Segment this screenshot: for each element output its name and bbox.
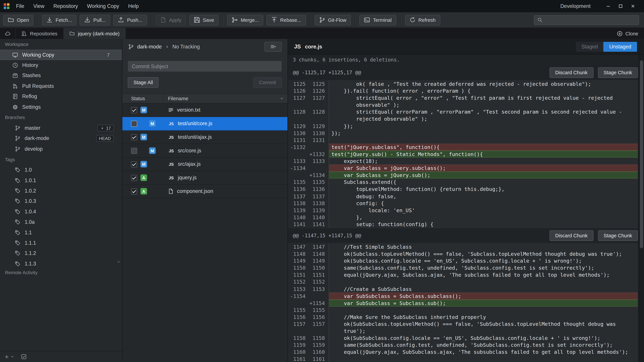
column-header-filename[interactable]: Filename [164,96,280,101]
file-row-component-json[interactable]: Acomponent.json [122,185,288,198]
sidebar-scroll-down-icon[interactable] [117,260,121,264]
diff-line[interactable]: 11281128strictEqual( errorParam , "error… [288,108,638,122]
file-row-jquery-js[interactable]: AJSjquery.js [122,171,288,185]
file-row-src-core-js[interactable]: MJSsrc/core.js [122,144,288,158]
diff-line[interactable]: 11561156//Make Sure the SubSubclass inhe… [288,314,638,321]
sidebar-item-pull-requests[interactable]: Pull Requests [0,81,122,91]
diff-line[interactable]: -1132test("jQuery.subclass", function(){ [288,144,638,151]
menu-item-help[interactable]: Help [124,0,143,12]
sidebar-item-1-0-4[interactable]: 1.0.4 [0,206,122,217]
stage-chunk-button[interactable]: Stage Chunk [598,230,638,241]
diff-line[interactable]: 11591159same(SubSubclass.config.test, un… [288,342,638,349]
file-checkbox[interactable] [131,107,137,113]
diff-line[interactable]: 11501150same(Subclass.config.test, undef… [288,265,638,272]
pull-button[interactable]: Pull... [80,14,110,25]
scrollbar-thumb[interactable] [640,60,643,248]
minimize-button[interactable] [602,0,614,12]
file-row-test-unit-ajax-js[interactable]: MJStest/unit/ajax.js [122,131,288,144]
sidebar-item-1-1-3[interactable]: 1.1.3 [0,259,122,267]
sidebar-item-1-1-2[interactable]: 1.1.2 [0,248,122,259]
diff-line[interactable]: 11251125ok( false , "Test the created de… [288,80,638,87]
stage-all-button[interactable]: Stage All [128,77,159,88]
menu-item-view[interactable]: View [29,0,49,12]
add-repository-button[interactable] [4,354,14,359]
diff-line[interactable]: 11581158ok(SubSubclass.config.locale == … [288,335,638,342]
diff-line[interactable]: +1154var SubSubclass = Subclass.sub(); [288,300,638,307]
diff-line[interactable]: +1134var Subclass = jQuery.sub(); [288,172,638,179]
sidebar-item-dark-mode[interactable]: dark-modeHEAD [0,133,122,144]
git-flow-button[interactable]: Git-Flow [314,14,351,25]
sidebar-item-1-0-3[interactable]: 1.0.3 [0,196,122,206]
stage-chunk-button[interactable]: Stage Chunk [598,67,638,78]
diff-line[interactable]: 11601160equal(jQuery.ajax, SubSubclass.a… [288,349,638,356]
sidebar-item-stashes[interactable]: Stashes [0,70,122,81]
sidebar-item-1-0a[interactable]: 1.0a [0,217,122,227]
diff-line[interactable]: 11271127strictEqual( error , "error" , "… [288,94,638,109]
maximize-button[interactable] [614,0,627,12]
refresh-button[interactable]: Refresh [405,14,440,25]
diff-line[interactable]: 11331133expect(18); [288,158,638,165]
merge-button[interactable]: Merge... [227,14,264,25]
diff-line[interactable]: 11511151equal(jQuery.ajax, Subclass.ajax… [288,272,638,279]
file-row-version-txt[interactable]: Mversion.txt [122,103,288,117]
apply-button[interactable]: Apply [156,14,186,25]
commit-subject-input[interactable] [128,61,282,72]
sidebar-item-master[interactable]: master17 [0,123,122,133]
diff-line[interactable]: 11571157ok(SubSubclass.topLevelMethod() … [288,321,638,335]
sidebar-item-working-copy[interactable]: Working Copy7 [0,50,122,60]
menu-item-working-copy[interactable]: Working Copy [82,0,124,12]
file-row-test-unit-core-js[interactable]: MJStest/unit/core.js [122,117,288,131]
sidebar-item-history[interactable]: History [0,60,122,70]
file-checkbox[interactable] [131,134,137,140]
fetch-button[interactable]: Fetch... [42,14,77,25]
sidebar-item-settings[interactable]: Settings [0,102,122,112]
diff-line[interactable]: 11401140}, [288,214,638,221]
column-header-status[interactable]: Status [122,94,164,103]
diff-line[interactable]: 11291129}); [288,122,638,130]
file-checkbox[interactable] [131,175,137,181]
tab-repositories[interactable]: Repositories [16,28,64,39]
diff-line[interactable]: -1154var SubSubclass = Subclass.subclass… [288,293,638,300]
terminal-button[interactable]: Terminal [360,14,396,25]
file-checkbox[interactable] [131,147,137,154]
sidebar-item-1-0-2[interactable]: 1.0.2 [0,186,122,196]
toolbar-search[interactable] [534,15,639,25]
discard-chunk-button[interactable]: Discard Chunk [550,67,593,78]
file-list-options-button[interactable] [264,42,282,52]
commit-button[interactable]: Commit [253,77,282,88]
remote-accounts-button[interactable] [0,28,16,39]
diff-line[interactable]: 11531153//Create a SubSubclass [288,285,638,293]
discard-chunk-button[interactable]: Discard Chunk [550,230,593,241]
diff-line[interactable]: 11381138config: { [288,200,638,207]
diff-line[interactable]: 11351135Subclass.extend({ [288,179,638,186]
diff-line[interactable]: 11361136topLevelMethod: function() {retu… [288,186,638,193]
diff-line[interactable]: 11301130}); [288,130,638,137]
diff-line[interactable]: +1132test("jQuery.sub() - Static Methods… [288,151,638,158]
close-button[interactable] [627,0,639,12]
search-input[interactable] [545,17,636,23]
diff-line[interactable]: 11371137debug: false, [288,193,638,200]
diff-line[interactable]: 11491149ok(Subclass.config.locale == 'en… [288,257,638,265]
sidebar-item-reflog[interactable]: Reflog [0,91,122,102]
diff-line[interactable]: 11411141setup: function(config) { [288,221,638,228]
rebase-button[interactable]: Rebase... [267,14,306,25]
diff-line[interactable]: 11551155 [288,307,638,314]
sidebar-item-1-0-1[interactable]: 1.0.1 [0,175,122,186]
diff-line[interactable]: 11311131 [288,137,638,144]
file-checkbox[interactable] [131,120,137,127]
push-button[interactable]: Push... [114,14,147,25]
sidebar-item-1-1[interactable]: 1.1 [0,227,122,238]
save-button[interactable]: Save [189,14,218,25]
diff-line[interactable]: 11391139locale: 'en_US' [288,207,638,214]
menu-item-repository[interactable]: Repository [49,0,82,12]
open-button[interactable]: Open [3,14,34,25]
diff-line[interactable]: 11481148ok(Subclass.topLevelMethod() ===… [288,250,638,257]
sidebar-item-develop[interactable]: develop [0,144,122,154]
diff-line[interactable]: 11521152 [288,278,638,285]
clone-button[interactable]: Clone [611,28,644,39]
file-row-src-ajax-js[interactable]: MJSsrc/ajax.js [122,158,288,171]
diff-line[interactable]: 11611161 [288,356,638,362]
diff-line[interactable]: -1134var Subclass = jQuery.subclass(); [288,165,638,172]
sidebar-item-1-1-1[interactable]: 1.1.1 [0,238,122,248]
diff-line[interactable]: 11261126}).fail( function( error , error… [288,87,638,94]
